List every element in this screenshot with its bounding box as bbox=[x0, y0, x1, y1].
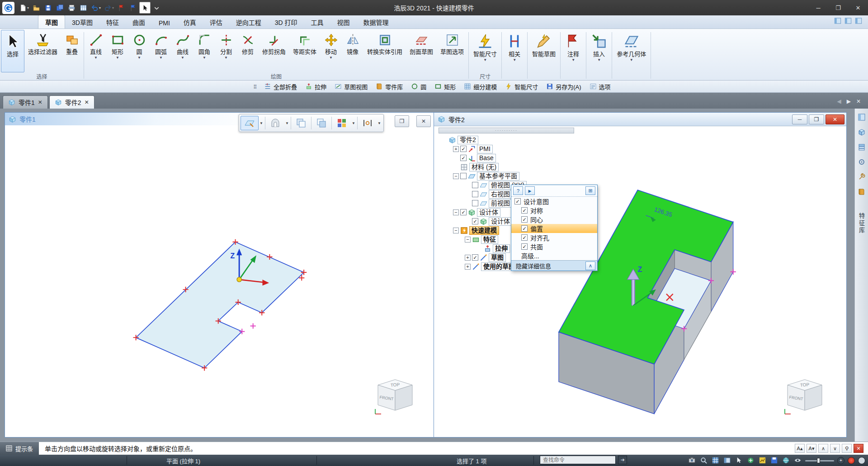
collapse-details-button[interactable]: ∧ bbox=[585, 262, 595, 270]
document-tab-part1[interactable]: 零件1 ✕ bbox=[3, 95, 48, 109]
checkbox[interactable]: ✓ bbox=[460, 155, 467, 161]
print-button[interactable] bbox=[66, 2, 77, 14]
fillet-button[interactable]: 圆角 ▼ bbox=[193, 30, 215, 72]
save-all-button[interactable] bbox=[54, 2, 66, 14]
save-view-button[interactable] bbox=[770, 456, 778, 465]
trim-corner-button[interactable]: 修剪拐角 bbox=[259, 30, 289, 72]
part2-close-button[interactable]: ✕ bbox=[826, 114, 844, 124]
checkbox[interactable] bbox=[472, 182, 478, 188]
sketch-view-button[interactable]: 草图视图 bbox=[330, 81, 372, 92]
rectangle-button[interactable]: 矩形 ▼ bbox=[107, 30, 128, 72]
checkbox[interactable] bbox=[460, 173, 467, 179]
side-tool-2-button[interactable] bbox=[857, 128, 866, 137]
split-button[interactable]: 分割 ▼ bbox=[215, 30, 237, 72]
select-button[interactable]: 选择 bbox=[1, 30, 24, 72]
prompt-pin-button[interactable]: ⚲ bbox=[842, 444, 852, 453]
insert-button[interactable]: 插入 ▼ bbox=[587, 30, 611, 72]
add-link-button[interactable] bbox=[746, 456, 755, 465]
prompt-font-increase-button[interactable]: A▴ bbox=[795, 444, 805, 453]
popup-item-design-intent[interactable]: ✓ 设计意图 bbox=[511, 197, 597, 206]
tree-panel-handle[interactable]: ·········· bbox=[439, 128, 574, 133]
options-button[interactable]: 选项 bbox=[585, 81, 615, 92]
sketch-plane-dropdown[interactable]: ▼ bbox=[259, 116, 264, 130]
slider-knob[interactable] bbox=[817, 458, 820, 463]
redo-button[interactable]: ▾ bbox=[103, 2, 115, 14]
expander-icon[interactable]: − bbox=[453, 173, 459, 179]
grid-view-button[interactable] bbox=[711, 456, 720, 465]
tab-scroll-back-button[interactable]: ◀ bbox=[837, 98, 841, 105]
expander-icon[interactable]: − bbox=[453, 228, 459, 233]
tab-pmi[interactable]: PMI bbox=[152, 17, 177, 29]
popup-item-offset[interactable]: ✓ 偏置 bbox=[511, 224, 597, 233]
markup-manager-button[interactable] bbox=[127, 2, 139, 14]
side-tool-4-button[interactable] bbox=[857, 158, 866, 167]
copy-mode-b-button[interactable] bbox=[312, 116, 330, 130]
prompt-font-decrease-button[interactable]: A▾ bbox=[807, 444, 816, 453]
side-tool-6-button[interactable] bbox=[857, 188, 866, 197]
checkbox[interactable] bbox=[472, 191, 478, 197]
visibility-button[interactable] bbox=[793, 456, 802, 465]
mirror-button[interactable]: 镜像 bbox=[342, 30, 363, 72]
ribbon-style-button[interactable] bbox=[834, 17, 842, 26]
checkbox[interactable]: ✓ bbox=[521, 234, 528, 241]
open-file-button[interactable] bbox=[31, 2, 42, 14]
measure-button[interactable] bbox=[359, 116, 377, 130]
popup-item-concentric[interactable]: ✓ 同心 bbox=[511, 215, 597, 224]
subdivision-modeling-button[interactable]: 细分建模 bbox=[460, 81, 501, 92]
popup-help-button[interactable]: ? bbox=[513, 186, 523, 195]
close-tab-icon[interactable]: ✕ bbox=[38, 99, 42, 105]
toolbar-grip[interactable]: ⁞⁞ bbox=[253, 83, 256, 90]
customize-quick-access-button[interactable] bbox=[151, 2, 162, 14]
tab-feature[interactable]: 特征 bbox=[99, 15, 126, 29]
save-as-button[interactable]: 另存为(A) bbox=[542, 81, 585, 92]
part1-maximize-button[interactable]: ❐ bbox=[395, 115, 409, 127]
checkbox[interactable]: ✓ bbox=[472, 218, 478, 224]
tab-data-management[interactable]: 数据管理 bbox=[357, 15, 396, 29]
curve-button[interactable]: 曲线 ▼ bbox=[172, 30, 193, 72]
restore-button[interactable]: ❐ bbox=[828, 0, 848, 15]
line-button[interactable]: 直线 ▼ bbox=[85, 30, 107, 72]
expander-icon[interactable]: + bbox=[453, 146, 459, 152]
collapse-all-button[interactable]: 全部折叠 bbox=[260, 81, 301, 92]
checkbox[interactable]: ✓ bbox=[521, 243, 528, 250]
tab-simulation[interactable]: 仿真 bbox=[177, 15, 203, 29]
section-sketch-button[interactable]: 剖面草图 bbox=[406, 30, 437, 72]
part2-restore-button[interactable]: ❐ bbox=[809, 114, 824, 124]
select-filter-button[interactable]: 选择过滤器 bbox=[24, 30, 61, 72]
circle-cmd-button[interactable]: 圆 bbox=[407, 81, 430, 92]
trim-button[interactable]: 修剪 bbox=[237, 30, 259, 72]
command-search-go-button[interactable]: ➜ bbox=[618, 456, 627, 464]
tab-close-button[interactable]: ✕ bbox=[856, 98, 861, 105]
tab-tools[interactable]: 工具 bbox=[304, 15, 330, 29]
circle-button[interactable]: 圆 ▼ bbox=[128, 30, 150, 72]
pointer-mode-button[interactable] bbox=[735, 456, 743, 465]
tab-sketch-3d[interactable]: 3D草图 bbox=[65, 15, 99, 29]
part2-minimize-button[interactable]: ─ bbox=[792, 114, 807, 124]
select-tool-button[interactable] bbox=[139, 2, 151, 14]
rectangle-cmd-button[interactable]: 矩形 bbox=[430, 81, 460, 92]
popup-item-coplanar[interactable]: ✓ 共面 bbox=[511, 242, 597, 251]
expander-icon[interactable]: − bbox=[465, 237, 471, 243]
tree-item-material[interactable]: 材料 (无) bbox=[439, 162, 588, 171]
popup-advanced-link[interactable]: 高级... bbox=[511, 251, 597, 260]
reference-geometry-button[interactable]: 参考几何体 ▼ bbox=[613, 30, 650, 72]
side-tool-1-button[interactable] bbox=[857, 113, 866, 122]
print-preview-button[interactable] bbox=[78, 2, 89, 14]
checkbox[interactable]: ✓ bbox=[460, 146, 467, 152]
tab-surface[interactable]: 曲面 bbox=[126, 15, 152, 29]
zoom-slider[interactable] bbox=[805, 457, 834, 464]
tab-scroll-forward-button[interactable]: ▶ bbox=[847, 98, 851, 105]
extrude-button[interactable]: 拉伸 bbox=[301, 81, 330, 92]
expander-icon[interactable]: + bbox=[465, 264, 471, 270]
tab-print-3d[interactable]: 3D 打印 bbox=[268, 15, 304, 29]
prompt-scroll-up-button[interactable]: ∧ bbox=[818, 444, 828, 453]
tab-sketch[interactable]: 草图 bbox=[38, 15, 65, 29]
view-cube[interactable]: TOP FRONT bbox=[782, 376, 827, 418]
popup-play-button[interactable]: ► bbox=[525, 186, 535, 195]
relate-button[interactable]: 相关 ▼ bbox=[503, 30, 526, 72]
display-style-button[interactable] bbox=[333, 116, 351, 130]
tree-item-base[interactable]: ✓ Base bbox=[439, 153, 588, 162]
zoom-in-button[interactable]: + bbox=[837, 457, 844, 464]
side-tool-3-button[interactable] bbox=[857, 143, 866, 152]
undo-button[interactable]: ▾ bbox=[90, 2, 102, 14]
